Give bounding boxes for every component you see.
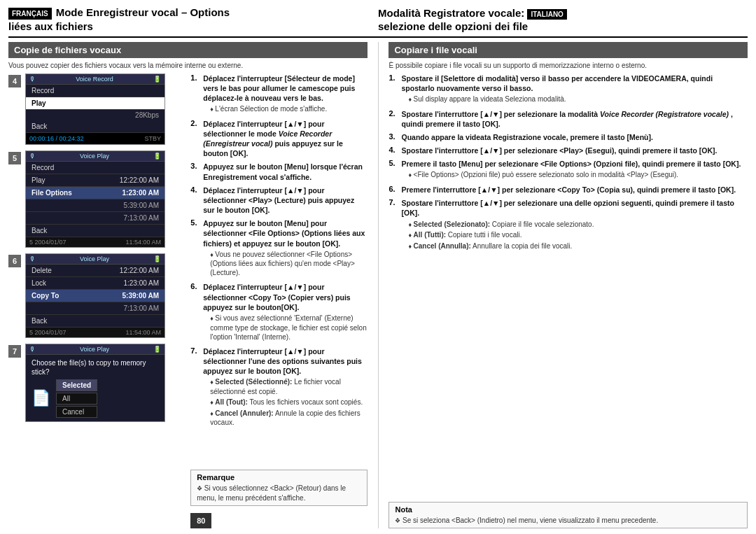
right-step5-text: Premere il tasto [Menu] per selezionare … [401, 159, 741, 181]
screen5-time3-row: 7:13:00 AM [26, 212, 164, 225]
screen5-play-label: Play [31, 176, 45, 184]
left-step7-bullet2: All (Tout): Tous les fichiers vocaux son… [210, 398, 367, 407]
screen5-record[interactable]: Record [26, 162, 164, 174]
right-step-2: 2. Spostare l'interruttore [▲/▼] per sel… [388, 109, 748, 129]
screen4-play[interactable]: Play [26, 97, 164, 110]
screen-mockup-4: 🎙 Voice Record 🔋 Record Play 28Kbps Back… [25, 73, 165, 145]
screen4-battery-icon: 🔋 [153, 76, 161, 83]
right-step1-text: Spostare il [Selettore di modalità] vers… [401, 73, 748, 106]
right-step7-text: Spostare l'interruttore [▲/▼] per selezi… [401, 198, 748, 252]
left-step-5: 5. Appuyez sur le bouton [Menu] pour sél… [190, 218, 367, 279]
screen4-back[interactable]: Back [26, 120, 164, 133]
screen5-time0: 12:22:00 AM [120, 176, 159, 184]
screen6-header-label: Voice Play [80, 255, 109, 262]
left-step6-num: 6. [190, 282, 200, 342]
screen-mockup-5: 🎙 Voice Play 🔋 Record Play 12:22:00 AM F… [25, 150, 165, 248]
left-step7-text: Déplacez l'interrupteur [▲/▼] pour sélec… [203, 346, 367, 429]
screen7-option-all[interactable]: All [56, 393, 97, 405]
right-step-6: 6. Premere l'interruttore [▲/▼] per sele… [388, 185, 748, 195]
screen7-question: Choose the file(s) to copy to memory sti… [31, 358, 159, 377]
screen6-footer-text: 5 2004/01/07 [29, 329, 66, 336]
left-step-1: 1. Déplacez l'interrupteur [Sélecteur de… [190, 73, 367, 115]
screen7-file-icon: 📄 [31, 389, 50, 407]
screen7-option-cancel[interactable]: Cancel [56, 406, 97, 418]
screen-num-6: 6 [8, 255, 21, 267]
right-step-5: 5. Premere il tasto [Menu] per seleziona… [388, 159, 748, 181]
screen6-battery-icon: 🔋 [153, 255, 161, 262]
left-step-3: 3. Appuyez sur le bouton [Menu] lorsque … [190, 162, 367, 181]
right-step-7: 7. Spostare l'interruttore [▲/▼] per sel… [388, 198, 748, 252]
screen5-header: 🎙 Voice Play 🔋 [26, 151, 164, 162]
left-step4-num: 4. [190, 185, 200, 216]
screen7-battery-icon: 🔋 [153, 346, 161, 353]
right-step1-num: 1. [388, 73, 398, 106]
screen6-time2: 5:39:00 AM [122, 292, 159, 300]
screen5-fileoptions-label: File Options [31, 189, 72, 197]
right-step-4: 4. Spostare l'interruttore [▲/▼] per sel… [388, 146, 748, 155]
screen5-footer-text: 5 2004/01/07 [29, 239, 66, 246]
right-step7-bullet2: All (Tutti): Copiare tutti i file vocali… [408, 230, 748, 240]
screen6-header: 🎙 Voice Play 🔋 [26, 254, 164, 265]
screen7-body: Choose the file(s) to copy to memory sti… [26, 355, 164, 421]
screen6-time3-row: 7:13:00 AM [26, 302, 164, 315]
screen-mockup-7: 🎙 Voice Play 🔋 Choose the file(s) to cop… [25, 344, 165, 422]
screen-num-7: 7 [8, 345, 21, 358]
screen6-delete-row[interactable]: Delete 12:22:00 AM [26, 265, 164, 277]
screen-block-4: 4 🎙 Voice Record 🔋 Record Play 28Kbps Ba… [8, 73, 185, 145]
left-step1-num: 1. [190, 73, 200, 115]
header-left: FRANÇAISMode Enregistreur vocal – Option… [8, 6, 378, 34]
main-content: Copie de fichiers vocaux Vous pouvez cop… [8, 42, 748, 529]
screen5-play-row[interactable]: Play 12:22:00 AM [26, 174, 164, 187]
screen5-fileoptions-row[interactable]: File Options 1:23:00 AM [26, 187, 164, 199]
screen5-time2-row: 5:39:00 AM [26, 199, 164, 212]
right-note-text: Se si seleziona <Back> (Indietro) nel me… [395, 516, 741, 526]
screen5-time3: 7:13:00 AM [123, 214, 159, 222]
screen6-back[interactable]: Back [26, 315, 164, 328]
page-header: FRANÇAISMode Enregistreur vocal – Option… [8, 6, 748, 38]
right-step5-bullet: <File Options> (Opzioni file) può essere… [408, 170, 741, 180]
screen6-delete-label: Delete [31, 267, 52, 274]
right-step7-num: 7. [388, 198, 398, 252]
left-step6-text: Déplacez l'interrupteur [▲/▼] pour sélec… [203, 282, 367, 342]
screen7-options[interactable]: Selected All Cancel [56, 379, 97, 418]
screen7-header-label: Voice Play [80, 346, 109, 353]
screen7-option-selected[interactable]: Selected [56, 379, 97, 391]
right-note-title: Nota [395, 505, 741, 514]
screen-block-5: 5 🎙 Voice Play 🔋 Record Play 12:22:00 AM [8, 150, 185, 248]
left-step3-num: 3. [190, 162, 200, 181]
left-step-2: 2. Déplacez l'interrupteur [▲/▼] pour sé… [190, 119, 367, 159]
left-step7-num: 7. [190, 346, 200, 429]
screen4-record[interactable]: Record [26, 85, 164, 97]
left-step6-bullet: Si vous avez sélectionné 'External' (Ext… [210, 314, 367, 342]
right-step6-text: Premere l'interruttore [▲/▼] per selezio… [401, 185, 736, 195]
screen5-back[interactable]: Back [26, 225, 164, 237]
screen6-copyto-label: Copy To [31, 292, 59, 300]
right-step3-text: Quando appare la videata Registrazione v… [401, 132, 652, 142]
screen6-lock-row[interactable]: Lock 1:23:00 AM [26, 277, 164, 290]
screen5-footer: 5 2004/01/07 11:54:00 AM [26, 237, 164, 247]
header-right-title: Modalità Registratore vocale: ITALIANOse… [378, 6, 567, 34]
left-step3-text: Appuyez sur le bouton [Menu] lorsque l'é… [203, 162, 367, 181]
screen-num-5: 5 [8, 152, 21, 164]
left-step5-text: Appuyez sur le bouton [Menu] pour sélect… [203, 218, 367, 279]
screen7-header: 🎙 Voice Play 🔋 [26, 344, 164, 355]
left-section-intro: Vous pouvez copier des fichiers vocaux v… [8, 62, 368, 69]
right-step5-num: 5. [388, 159, 398, 181]
screens-column: 4 🎙 Voice Record 🔋 Record Play 28Kbps Ba… [8, 73, 185, 529]
left-step2-text: Déplacez l'interrupteur [▲/▼] pour sélec… [203, 119, 367, 159]
screen6-copyto-row[interactable]: Copy To 5:39:00 AM [26, 290, 164, 302]
column-divider [378, 42, 379, 529]
header-right: Modalità Registratore vocale: ITALIANOse… [378, 6, 748, 34]
left-step5-num: 5. [190, 218, 200, 279]
screen4-mic-icon: 🎙 [29, 76, 36, 83]
screen6-footer: 5 2004/01/07 11:54:00 AM [26, 328, 164, 337]
col-italian: Copiare i file vocali È possibile copiar… [388, 42, 748, 529]
screen6-lock-label: Lock [31, 279, 46, 287]
left-note-title: Remarque [197, 473, 360, 482]
lang-badge-fr: FRANÇAIS [8, 8, 52, 20]
page-number: 80 [190, 513, 211, 528]
screen4-stby: STBY [144, 135, 161, 142]
right-step-3: 3. Quando appare la videata Registrazion… [388, 132, 748, 142]
left-step1-text: Déplacez l'interrupteur [Sélecteur de mo… [203, 73, 367, 115]
screen4-status: 00:00:16 / 00:24:32 STBY [26, 133, 164, 144]
